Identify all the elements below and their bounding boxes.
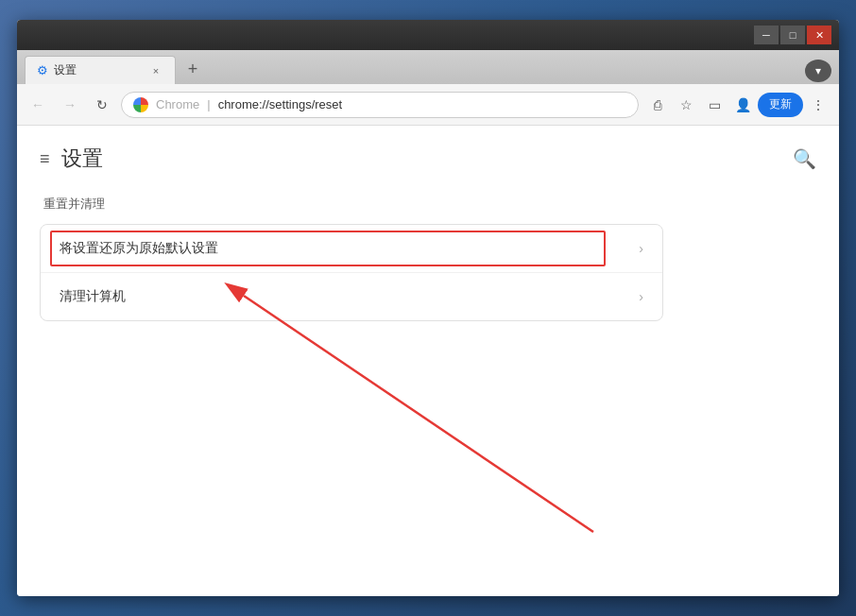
page-title: 设置 [61, 145, 103, 173]
addressbar-actions: ⎙ ☆ ▭ 👤 更新 ⋮ [644, 92, 831, 118]
page-header: ≡ 设置 🔍 [40, 145, 816, 173]
clean-computer-arrow: › [639, 289, 643, 304]
chrome-label: Chrome [156, 97, 199, 111]
titlebar: ─ □ ✕ [17, 20, 839, 50]
reset-settings-item[interactable]: 将设置还原为原始默认设置 › [41, 225, 662, 273]
address-url: chrome://settings/reset [218, 97, 343, 111]
search-button[interactable]: 🔍 [793, 147, 816, 170]
share-button[interactable]: ⎙ [644, 92, 671, 118]
page-title-area: ≡ 设置 [40, 145, 103, 173]
bookmark-button[interactable]: ☆ [673, 92, 699, 118]
section-title: 重置并清理 [43, 196, 816, 213]
clean-computer-item[interactable]: 清理计算机 › [41, 273, 662, 320]
window-controls: ─ □ ✕ [754, 26, 831, 44]
minimize-button[interactable]: ─ [754, 26, 779, 44]
tablet-button[interactable]: ▭ [701, 92, 728, 118]
reload-button[interactable]: ↻ [89, 92, 115, 118]
update-button[interactable]: 更新 [758, 93, 803, 117]
addressbar: ← → ↻ Chrome | chrome://settings/reset ⎙… [17, 84, 839, 126]
profile-button[interactable]: 👤 [729, 92, 756, 118]
content-area: ≡ 设置 🔍 重置并清理 将设置还原为原始默认设置 › 清理计算机 › [17, 126, 839, 596]
address-separator: | [207, 97, 210, 111]
tab-close-button[interactable]: × [148, 63, 163, 78]
tab-expand-button[interactable]: ▾ [805, 60, 831, 82]
svg-line-1 [244, 296, 593, 532]
chrome-icon [133, 97, 148, 112]
address-input[interactable]: Chrome | chrome://settings/reset [121, 92, 639, 118]
close-button[interactable]: ✕ [807, 26, 831, 44]
tabbar: ⚙ 设置 × + ▾ [17, 50, 839, 84]
clean-computer-label: 清理计算机 [60, 288, 639, 305]
back-button[interactable]: ← [25, 92, 51, 118]
settings-card: 将设置还原为原始默认设置 › 清理计算机 › [40, 224, 663, 321]
settings-tab[interactable]: ⚙ 设置 × [25, 56, 176, 84]
settings-page: ≡ 设置 🔍 重置并清理 将设置还原为原始默认设置 › 清理计算机 › [17, 126, 839, 596]
settings-tab-label: 设置 [54, 62, 77, 78]
forward-button[interactable]: → [57, 92, 83, 118]
reset-settings-arrow: › [639, 241, 643, 256]
settings-tab-icon: ⚙ [37, 63, 48, 77]
reset-settings-label: 将设置还原为原始默认设置 [60, 240, 639, 257]
hamburger-button[interactable]: ≡ [40, 149, 50, 169]
new-tab-button[interactable]: + [180, 56, 206, 82]
browser-window: ─ □ ✕ ⚙ 设置 × + ▾ ← → ↻ Chrome | chrome:/… [17, 20, 839, 596]
menu-button[interactable]: ⋮ [805, 92, 831, 118]
maximize-button[interactable]: □ [780, 26, 805, 44]
